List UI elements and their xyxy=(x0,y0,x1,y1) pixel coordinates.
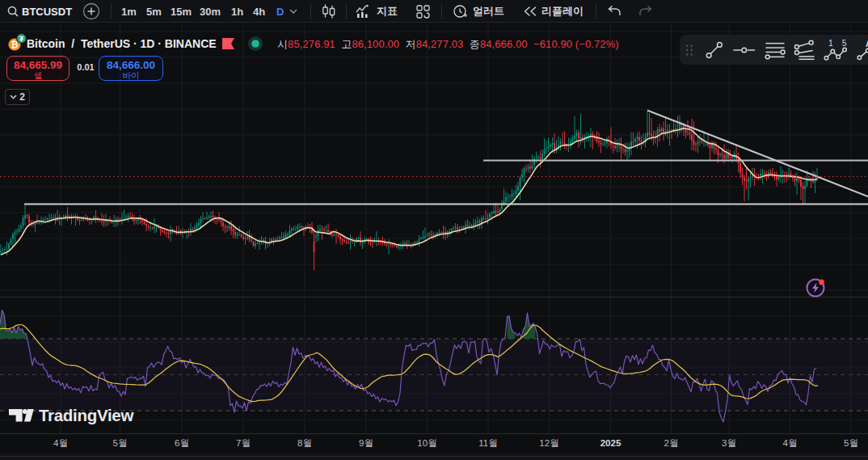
svg-text:4월: 4월 xyxy=(783,438,798,448)
svg-text:1: 1 xyxy=(828,39,833,48)
svg-text:6월: 6월 xyxy=(175,438,189,448)
svg-text:11월: 11월 xyxy=(478,438,497,448)
svg-text:7월: 7월 xyxy=(236,438,251,448)
svg-text:9월: 9월 xyxy=(359,438,373,448)
svg-text:2월: 2월 xyxy=(664,438,679,448)
svg-text:4월: 4월 xyxy=(53,438,68,448)
svg-text:5월: 5월 xyxy=(844,438,858,448)
svg-text:2025: 2025 xyxy=(600,438,622,448)
svg-text:5월: 5월 xyxy=(113,438,128,448)
svg-text:8월: 8월 xyxy=(297,438,312,448)
svg-text:₮: ₮ xyxy=(19,35,24,43)
svg-text:3월: 3월 xyxy=(722,438,736,448)
svg-text:12월: 12월 xyxy=(539,438,558,448)
svg-text:10월: 10월 xyxy=(417,438,436,448)
svg-text:5: 5 xyxy=(842,39,847,48)
